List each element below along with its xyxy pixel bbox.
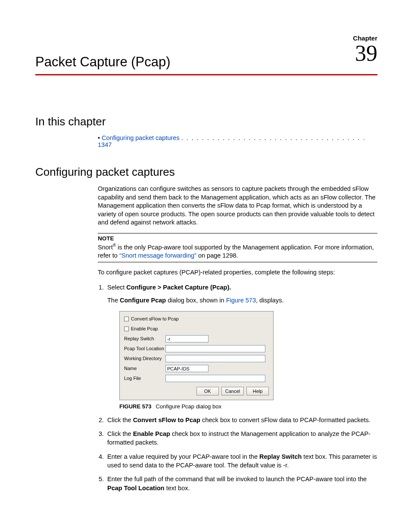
step1-sub-pre: The: [107, 297, 120, 304]
step4-bold: Replay Switch: [259, 453, 302, 460]
input-logfile[interactable]: [165, 375, 265, 382]
row-working-dir: Working Directory: [124, 355, 269, 363]
label-name: Name: [124, 365, 165, 372]
label-logfile: Log File: [124, 375, 165, 382]
toc-link[interactable]: Configuring packet captures: [102, 134, 180, 141]
note-label: NOTE: [98, 235, 377, 243]
step-5: Enter the full path of the command that …: [106, 475, 377, 492]
toc-bullet: •: [98, 134, 100, 141]
steps-list: Select Configure > Packet Capture (Pcap)…: [98, 283, 377, 492]
step1-sub: The Configure Pcap dialog box, shown in …: [107, 296, 377, 305]
figure-label: FIGURE 573: [119, 403, 151, 410]
step3-bold: Enable Pcap: [133, 430, 170, 437]
chapter-number: 39: [355, 42, 377, 65]
input-tool-location[interactable]: [165, 345, 265, 352]
label-enable-pcap: Enable Pcap: [131, 326, 158, 332]
step1-sub-link[interactable]: Figure 573: [226, 297, 256, 304]
row-convert-sflow: Convert sFlow to Pcap: [124, 315, 269, 323]
header-rule: [35, 74, 377, 75]
figure-text: Configure Pcap dialog box: [156, 403, 221, 410]
step5-bold: Pcap Tool Location: [107, 485, 165, 492]
step1-pre: Select: [107, 284, 126, 291]
label-working-dir: Working Directory: [124, 355, 165, 362]
step2-pre: Click the: [107, 417, 133, 423]
note-link[interactable]: “Snort message forwarding”: [119, 252, 196, 259]
input-name[interactable]: [165, 365, 209, 372]
checkbox-convert-sflow[interactable]: [124, 317, 129, 321]
input-working-dir[interactable]: [165, 355, 265, 362]
chapter-header: Chapter 39 Packet Capture (Pcap): [35, 34, 377, 75]
configure-pcap-dialog: Convert sFlow to Pcap Enable Pcap Replay…: [119, 311, 274, 400]
label-convert-sflow: Convert sFlow to Pcap: [131, 316, 179, 322]
step4-pre: Enter a value required by your PCAP-awar…: [107, 453, 259, 460]
toc-dots: . . . . . . . . . . . . . . . . . . . . …: [181, 134, 366, 141]
help-button[interactable]: Help: [246, 387, 269, 395]
note-post: on page 1298.: [196, 252, 238, 259]
note-block: NOTE Snort® is the only Pcap-aware tool …: [98, 233, 377, 262]
input-replay-switch[interactable]: [165, 335, 209, 342]
label-replay-switch: Replay Switch: [124, 336, 165, 342]
step-3: Click the Enable Pcap check box to instr…: [106, 429, 377, 447]
ok-button[interactable]: OK: [196, 387, 219, 395]
dialog-body: Convert sFlow to Pcap Enable Pcap Replay…: [120, 311, 273, 400]
lead-in: To configure packet captures (PCAP)-rela…: [98, 268, 377, 277]
step-4: Enter a value required by your PCAP-awar…: [106, 452, 377, 470]
step-2: Click the Convert sFlow to Pcap check bo…: [106, 416, 377, 424]
step1-sub-post: , displays.: [256, 297, 283, 304]
row-tool-location: Pcap Tool Location: [124, 345, 269, 353]
step1-bold: Configure > Packet Capture (Pcap).: [126, 284, 231, 291]
step2-post: check box to convert sFlow data to PCAP-…: [200, 417, 371, 423]
step-1: Select Configure > Packet Capture (Pcap)…: [106, 283, 377, 411]
checkbox-enable-pcap[interactable]: [124, 327, 129, 331]
step5-pre: Enter the full path of the command that …: [107, 476, 367, 482]
dialog-buttons: OK Cancel Help: [124, 387, 269, 395]
dialog-figure: Convert sFlow to Pcap Enable Pcap Replay…: [119, 311, 377, 411]
row-replay-switch: Replay Switch: [124, 335, 269, 343]
heading-configuring: Configuring packet captures: [35, 165, 377, 179]
note-body: Snort® is the only Pcap-aware tool suppo…: [98, 243, 377, 260]
toc-page[interactable]: 1347: [98, 141, 112, 148]
note-pre: Snort: [98, 244, 113, 251]
step2-bold: Convert sFlow to Pcap: [133, 417, 200, 423]
figure-caption: FIGURE 573Configure Pcap dialog box: [119, 403, 377, 411]
step3-pre: Click the: [107, 430, 133, 437]
note-sup: ®: [113, 243, 116, 248]
heading-in-this-chapter: In this chapter: [35, 115, 377, 128]
step1-sub-mid: dialog box, shown in: [166, 297, 226, 304]
cancel-button[interactable]: Cancel: [221, 387, 244, 395]
step5-post: text box.: [165, 485, 190, 492]
label-tool-location: Pcap Tool Location: [124, 345, 165, 352]
step1-sub-bold: Configure Pcap: [120, 297, 166, 304]
row-name: Name: [124, 365, 269, 373]
row-logfile: Log File: [124, 375, 269, 383]
page: Chapter 39 Packet Capture (Pcap) In this…: [0, 0, 411, 532]
chapter-title: Packet Capture (Pcap): [35, 34, 377, 74]
row-enable-pcap: Enable Pcap: [124, 325, 269, 333]
intro-paragraph: Organizations can configure switches as …: [98, 185, 377, 227]
toc-line: • Configuring packet captures. . . . . .…: [98, 134, 377, 148]
